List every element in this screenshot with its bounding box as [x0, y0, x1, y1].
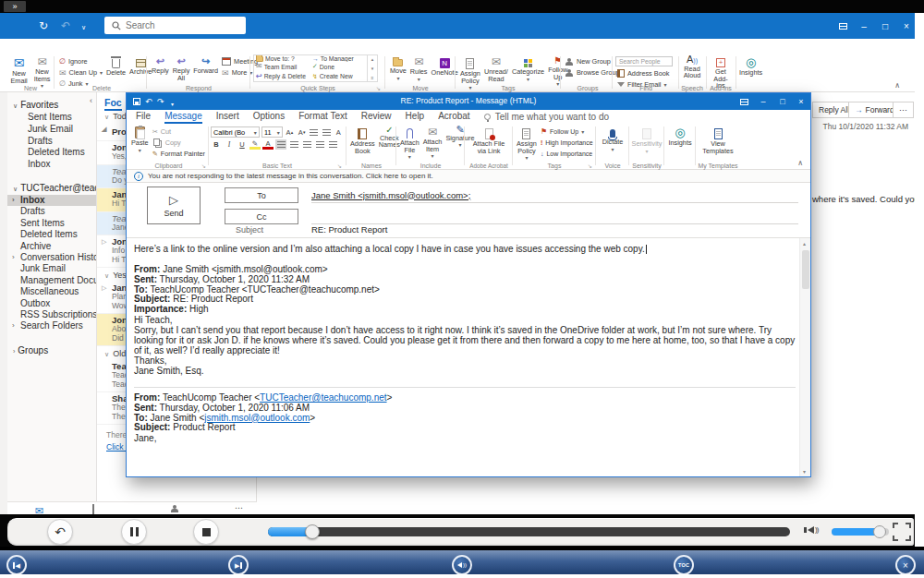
cc-button[interactable]: Cc [225, 209, 298, 224]
tell-me-box[interactable]: Tell me what you want to do [484, 112, 609, 124]
more-actions-button[interactable]: ⋯ [893, 102, 914, 118]
progress-thumb[interactable] [305, 524, 320, 539]
quick-step-item[interactable]: ✉Team Email [254, 62, 310, 72]
pause-button[interactable] [121, 519, 147, 545]
attach-item-button[interactable]: ✉Attach Item▾ [421, 125, 444, 161]
collapse-ribbon-icon[interactable]: ∧ [797, 159, 803, 167]
sidebar-folder[interactable]: Junk Email [7, 263, 96, 274]
search-bar[interactable] [104, 17, 246, 34]
assign-policy-button[interactable]: Assign Policy▾ [515, 125, 539, 163]
align-left-button[interactable] [275, 139, 286, 150]
high-importance-button[interactable]: !High Importance [539, 138, 595, 148]
sidebar-folder[interactable]: Drafts [7, 206, 96, 217]
bold-button[interactable]: B [211, 139, 222, 150]
compose-tab-message[interactable]: Message [164, 111, 202, 124]
new-email-button[interactable]: ✉New Email [7, 54, 30, 84]
categorize-button[interactable]: Categorize▾ [510, 54, 546, 83]
expander-button[interactable]: » [4, 1, 26, 12]
ribbon-display-options-button[interactable] [834, 13, 851, 39]
grow-font-button[interactable]: A▴ [285, 127, 295, 138]
tags-dialog-launcher[interactable]: ↘ [588, 163, 592, 169]
compose-tab[interactable]: File [136, 111, 151, 124]
scroll-down-icon[interactable]: ▾ [803, 468, 806, 475]
maximize-button[interactable]: □ [773, 93, 792, 110]
sidebar-folder[interactable]: Sent Items [7, 218, 96, 229]
send-button[interactable]: ▷ Send [147, 187, 201, 224]
forward-button[interactable]: ↪Forward [191, 54, 220, 75]
address-book-button[interactable]: Address Book [615, 68, 676, 78]
undo-icon[interactable]: ↶ [61, 20, 70, 31]
replay-button[interactable]: ↶ [47, 519, 73, 545]
scrollbar-thumb[interactable] [802, 250, 809, 289]
send-receive-icon[interactable]: ↻ [39, 20, 48, 31]
quick-steps-dialog-launcher[interactable]: ↘ [376, 85, 381, 91]
align-center-button[interactable] [288, 139, 299, 150]
sidebar-folder[interactable]: RSS Subscriptions [7, 309, 96, 320]
insights-button[interactable]: ◎Insights [666, 125, 693, 147]
close-player-button[interactable]: × [895, 555, 916, 575]
to-field[interactable]: Jane Smith <jsmith.msol@outlook.com>; [311, 187, 798, 203]
search-input[interactable] [126, 20, 227, 30]
minimize-button[interactable]: – [754, 93, 772, 110]
ignore-button[interactable]: ∅Ignore [57, 56, 104, 66]
close-button[interactable]: × [792, 93, 810, 110]
address-book-button[interactable]: Address Book [348, 125, 377, 154]
numbering-button[interactable] [322, 127, 332, 138]
compose-tab[interactable]: Acrobat [438, 111, 469, 124]
groups-header[interactable]: ›Groups [7, 342, 96, 357]
quick-step-item[interactable]: ✓Done [310, 62, 367, 72]
to-button[interactable]: To [225, 187, 298, 203]
quick-step-item[interactable]: Move to: ? [254, 55, 310, 62]
email-link[interactable]: jsmith.msol@outlook.com [204, 413, 310, 423]
view-templates-button[interactable]: View Templates [699, 125, 736, 154]
collapse-folder-pane-icon[interactable]: ‹ [90, 96, 92, 105]
sidebar-folder[interactable]: Archive [7, 241, 96, 252]
search-people-input[interactable]: Search People [615, 56, 673, 66]
close-button[interactable]: × [898, 13, 915, 39]
quick-step-item[interactable]: ↩Reply & Delete [254, 72, 310, 82]
rules-button[interactable]: ✉Rules▾ [408, 54, 430, 83]
collapse-ribbon-icon[interactable]: ∧ [894, 81, 900, 90]
browse-groups-button[interactable]: Browse Groups [564, 67, 612, 78]
favorite-folder[interactable]: Drafts [7, 136, 96, 148]
ribbon-display-options-button[interactable] [735, 93, 753, 110]
favorites-header[interactable]: ∨Favorites [7, 96, 96, 112]
attach-file-via-link-button[interactable]: Attach File via Link [470, 125, 507, 154]
quick-step-item[interactable]: →To Manager [310, 55, 367, 62]
body-scrollbar[interactable]: ▴ ▾ [799, 238, 810, 476]
compose-tab[interactable]: Format Text [298, 111, 347, 124]
font-size-select[interactable]: 11▾ [261, 126, 283, 138]
audio-button[interactable]: )) [452, 555, 472, 575]
email-body[interactable]: Here’s a link to the online version and … [127, 238, 799, 476]
read-aloud-button[interactable]: A))Read Aloud [680, 54, 704, 79]
compose-tab[interactable]: Help [406, 111, 425, 124]
fullscreen-button[interactable] [893, 523, 911, 541]
new-group-button[interactable]: New Group [564, 56, 612, 66]
clipboard-dialog-launcher[interactable]: ↘ [201, 163, 206, 169]
clean-up-button[interactable]: ✉Clean Up▾ [57, 67, 104, 78]
shrink-font-button[interactable]: A▾ [297, 127, 307, 138]
attach-file-button[interactable]: Attach File▾ [398, 125, 421, 162]
unread-read-button[interactable]: ✉Unread/ Read [482, 54, 510, 82]
volume-thumb[interactable] [873, 525, 886, 538]
progress-bar[interactable] [268, 527, 790, 536]
favorite-folder[interactable]: Inbox [7, 159, 96, 171]
font-name-select[interactable]: Calibri (Bo▾ [211, 126, 260, 138]
paste-button[interactable]: Paste▾ [129, 125, 151, 154]
maximize-button[interactable]: □ [877, 13, 894, 39]
italic-button[interactable]: I [224, 139, 235, 150]
reply-button[interactable]: ↩Reply [150, 54, 171, 75]
scroll-up-icon[interactable]: ▴ [803, 240, 806, 247]
sidebar-folder[interactable]: ›Inbox [7, 195, 96, 206]
insights-button[interactable]: ◎Insights [737, 54, 764, 77]
follow-up-button[interactable]: ⚑Follow Up▾ [539, 126, 595, 137]
account-header[interactable]: ∨TUCTeacher@teachuc... [7, 179, 96, 195]
increase-indent-button[interactable] [327, 139, 338, 150]
cc-field[interactable] [311, 209, 798, 224]
compose-tab[interactable]: Review [361, 111, 392, 124]
email-link[interactable]: TUCTeacher@teachucomp.net [260, 392, 386, 403]
favorite-folder[interactable]: Deleted Items [7, 147, 96, 159]
stop-button[interactable] [193, 519, 219, 545]
subject-field[interactable]: RE: Product Report [311, 224, 387, 235]
compose-tab[interactable]: Insert [216, 111, 239, 124]
